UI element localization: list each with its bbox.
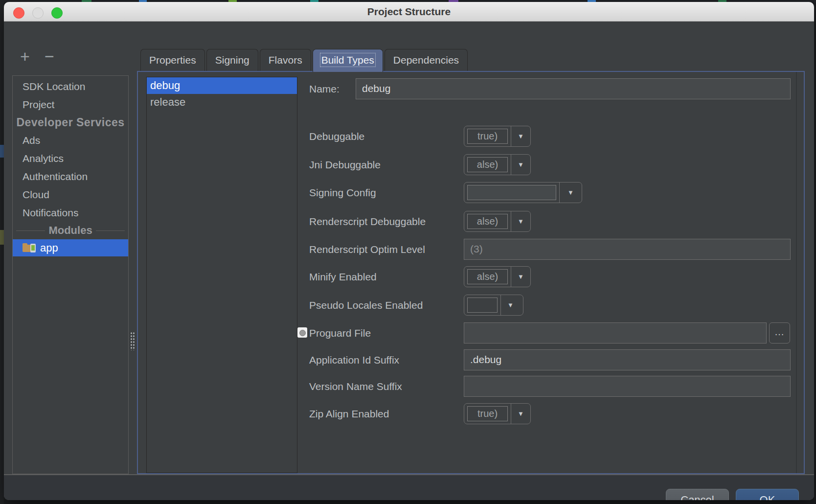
titlebar[interactable]: Project Structure bbox=[4, 2, 814, 22]
tab-build-types-label: Build Types bbox=[321, 54, 374, 66]
chevron-down-icon[interactable]: ▼ bbox=[511, 126, 530, 146]
sidebar-header-modules: Modules bbox=[13, 222, 128, 239]
debuggable-combobox[interactable]: true) ▼ bbox=[464, 126, 531, 147]
sidebar-panel: SDK Location Project Developer Services … bbox=[12, 75, 129, 474]
zip-align-enabled-label: Zip Align Enabled bbox=[309, 403, 389, 424]
minify-enabled-label: Minify Enabled bbox=[309, 266, 377, 287]
cancel-button[interactable]: Cancel bbox=[666, 489, 729, 500]
debuggable-label: Debuggable bbox=[309, 126, 364, 147]
jni-debuggable-value: alse) bbox=[467, 157, 508, 172]
renderscript-debuggable-value: alse) bbox=[467, 214, 508, 229]
zip-align-enabled-value: true) bbox=[467, 406, 508, 421]
project-structure-dialog: Project Structure + − SDK Location Proje… bbox=[4, 2, 814, 500]
tab-bar: Properties Signing Flavors Build Types D… bbox=[140, 49, 468, 72]
renderscript-optim-level-label: Renderscript Optim Level bbox=[309, 239, 425, 260]
tab-dependencies[interactable]: Dependencies bbox=[385, 49, 468, 71]
footer: Cancel OK bbox=[4, 475, 814, 500]
proguard-file-field[interactable] bbox=[464, 322, 767, 344]
chevron-down-icon[interactable]: ▼ bbox=[500, 295, 520, 315]
ok-button[interactable]: OK bbox=[736, 489, 799, 500]
jni-debuggable-label: Jni Debuggable bbox=[309, 154, 381, 175]
application-id-suffix-label: Application Id Suffix bbox=[309, 349, 399, 370]
chevron-down-icon[interactable]: ▼ bbox=[511, 211, 530, 231]
tab-flavors[interactable]: Flavors bbox=[260, 49, 311, 71]
sidebar-item-app-label: app bbox=[40, 242, 58, 254]
background-speck bbox=[0, 230, 4, 245]
tab-properties[interactable]: Properties bbox=[140, 49, 205, 71]
chevron-down-icon[interactable]: ▼ bbox=[559, 183, 582, 203]
sidebar-item-analytics[interactable]: Analytics bbox=[13, 149, 128, 167]
pane-edge bbox=[796, 72, 797, 473]
application-id-suffix-field[interactable]: .debug bbox=[464, 349, 791, 370]
chevron-down-icon[interactable]: ▼ bbox=[511, 155, 530, 175]
pseudo-locales-enabled-label: Pseudo Locales Enabled bbox=[309, 295, 423, 316]
renderscript-debuggable-combobox[interactable]: alse) ▼ bbox=[464, 211, 531, 232]
add-button[interactable]: + bbox=[17, 49, 33, 66]
module-folder-icon bbox=[23, 243, 36, 253]
build-type-item-release[interactable]: release bbox=[147, 94, 297, 111]
sidebar-item-ads[interactable]: Ads bbox=[13, 131, 128, 149]
signing-config-combobox[interactable]: ▼ bbox=[464, 182, 582, 203]
renderscript-debuggable-label: Renderscript Debuggable bbox=[309, 211, 426, 232]
chevron-down-icon[interactable]: ▼ bbox=[511, 404, 530, 424]
pseudo-locales-enabled-value bbox=[467, 298, 498, 313]
version-name-suffix-label: Version Name Suffix bbox=[309, 376, 402, 397]
pseudo-locales-enabled-combobox[interactable]: ▼ bbox=[464, 295, 523, 316]
build-type-list: debug release bbox=[146, 77, 297, 473]
minify-enabled-combobox[interactable]: alse) ▼ bbox=[464, 266, 531, 287]
zip-align-enabled-combobox[interactable]: true) ▼ bbox=[464, 403, 531, 424]
version-name-suffix-field[interactable] bbox=[464, 376, 791, 397]
jni-debuggable-combobox[interactable]: alse) ▼ bbox=[464, 154, 531, 175]
desktop-background-sliver bbox=[0, 0, 4, 504]
proguard-file-label: Proguard File bbox=[309, 322, 371, 344]
sidebar-item-authentication[interactable]: Authentication bbox=[13, 167, 128, 185]
mouse-cursor-artifact bbox=[297, 327, 307, 338]
browse-button[interactable]: ... bbox=[769, 322, 790, 344]
sidebar-item-sdk-location[interactable]: SDK Location bbox=[13, 77, 128, 95]
sidebar-item-project[interactable]: Project bbox=[13, 95, 128, 114]
sidebar-item-app[interactable]: app bbox=[13, 239, 128, 256]
tab-build-types[interactable]: Build Types bbox=[313, 49, 383, 72]
remove-button[interactable]: − bbox=[41, 49, 58, 66]
sidebar-item-cloud[interactable]: Cloud bbox=[13, 185, 128, 204]
sidebar-item-notifications[interactable]: Notifications bbox=[13, 204, 128, 222]
chevron-down-icon[interactable]: ▼ bbox=[511, 267, 530, 287]
sidebar-header-developer-services: Developer Services bbox=[13, 114, 128, 131]
signing-config-value bbox=[467, 185, 556, 200]
splitter-grip[interactable] bbox=[130, 332, 135, 350]
signing-config-label: Signing Config bbox=[309, 182, 376, 203]
window-title: Project Structure bbox=[4, 2, 814, 22]
phone-shape bbox=[30, 244, 36, 252]
dialog-body: + − SDK Location Project Developer Servi… bbox=[4, 22, 814, 500]
name-field[interactable]: debug bbox=[356, 78, 791, 99]
build-type-item-debug[interactable]: debug bbox=[147, 77, 297, 94]
debuggable-value: true) bbox=[467, 129, 508, 144]
tab-signing[interactable]: Signing bbox=[206, 49, 258, 71]
minify-enabled-value: alse) bbox=[467, 269, 508, 284]
sidebar-header-modules-label: Modules bbox=[48, 224, 92, 237]
renderscript-optim-level-field[interactable]: (3) bbox=[464, 239, 791, 260]
background-speck bbox=[0, 145, 4, 158]
name-label: Name: bbox=[309, 78, 340, 99]
